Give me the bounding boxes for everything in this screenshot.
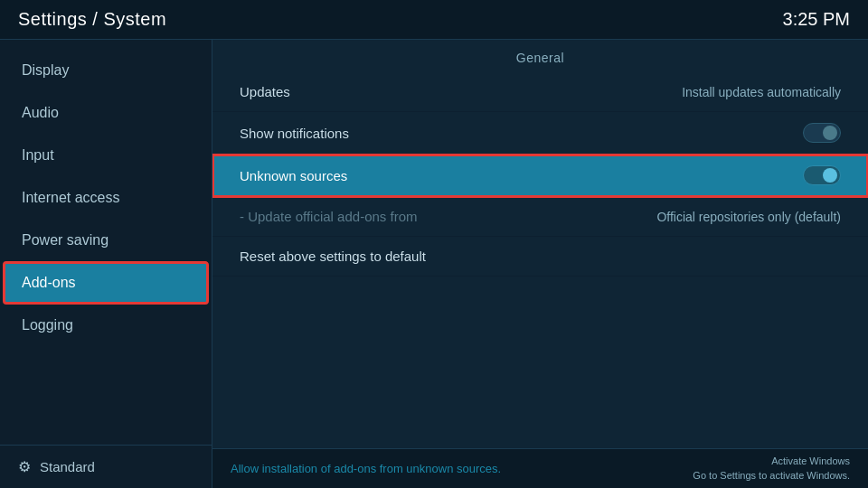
sidebar-item-audio[interactable]: Audio <box>4 92 208 134</box>
gear-icon: ⚙ <box>18 458 31 475</box>
setting-row-reset-settings[interactable]: Reset above settings to default <box>212 237 868 277</box>
content-footer: Allow installation of add-ons from unkno… <box>212 448 868 488</box>
content-area: General UpdatesInstall updates automatic… <box>212 40 868 488</box>
setting-label-updates: Updates <box>240 84 290 99</box>
sidebar-footer-label: Standard <box>40 459 95 474</box>
toggle-unknown-sources[interactable] <box>803 165 841 185</box>
setting-label-update-add-ons-from: - Update official add-ons from <box>240 209 418 224</box>
setting-row-update-add-ons-from[interactable]: - Update official add-ons fromOfficial r… <box>212 197 868 237</box>
setting-label-unknown-sources: Unknown sources <box>240 168 347 183</box>
setting-row-show-notifications[interactable]: Show notifications <box>212 112 868 155</box>
sidebar-item-display[interactable]: Display <box>4 50 208 91</box>
sidebar-item-logging[interactable]: Logging <box>4 305 208 346</box>
setting-label-show-notifications: Show notifications <box>240 126 349 141</box>
clock: 3:25 PM <box>783 9 850 30</box>
setting-label-reset-settings: Reset above settings to default <box>240 249 426 264</box>
main-layout: DisplayAudioInputInternet accessPower sa… <box>0 40 868 488</box>
sidebar-item-internet-access[interactable]: Internet access <box>4 177 208 219</box>
settings-list: General UpdatesInstall updates automatic… <box>212 40 868 448</box>
setting-row-updates[interactable]: UpdatesInstall updates automatically <box>212 72 868 112</box>
setting-value-updates: Install updates automatically <box>682 85 841 99</box>
section-title: General <box>212 40 868 72</box>
activate-sub: Go to Settings to activate Windows. <box>693 470 850 481</box>
sidebar-item-power-saving[interactable]: Power saving <box>4 220 208 261</box>
activate-windows: Activate Windows Go to Settings to activ… <box>693 455 850 483</box>
header: Settings / System 3:25 PM <box>0 0 868 40</box>
setting-value-update-add-ons-from: Official repositories only (default) <box>656 210 841 224</box>
activate-title: Activate Windows <box>693 455 850 468</box>
toggle-show-notifications[interactable] <box>803 123 841 143</box>
footer-hint: Allow installation of add-ons from unkno… <box>231 462 501 475</box>
sidebar-footer: ⚙ Standard <box>0 445 212 488</box>
sidebar-item-input[interactable]: Input <box>4 135 208 176</box>
sidebar: DisplayAudioInputInternet accessPower sa… <box>0 40 212 488</box>
sidebar-item-add-ons[interactable]: Add-ons <box>4 262 208 304</box>
page-title: Settings / System <box>18 9 166 30</box>
setting-row-unknown-sources[interactable]: Unknown sources <box>212 155 868 197</box>
